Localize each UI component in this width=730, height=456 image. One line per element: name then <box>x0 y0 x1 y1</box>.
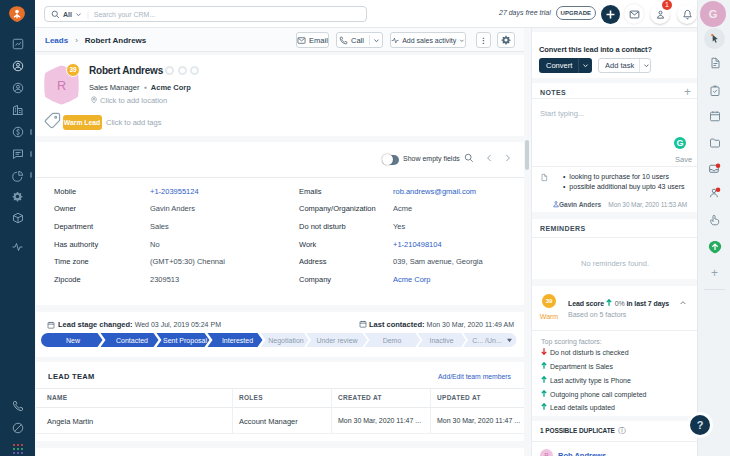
svg-text:Negotiation: Negotiation <box>268 337 304 345</box>
svg-text:Inactive: Inactive <box>429 337 453 344</box>
svg-text:R: R <box>56 79 65 93</box>
svg-text:Interested: Interested <box>221 337 252 344</box>
svg-text:Under review: Under review <box>316 337 358 344</box>
svg-text:New: New <box>65 337 80 344</box>
svg-text:C... /Un...: C... /Un... <box>472 337 502 344</box>
svg-text:Contacted: Contacted <box>116 337 148 344</box>
svg-text:Demo: Demo <box>382 337 401 344</box>
svg-text:Sent Proposal: Sent Proposal <box>163 337 207 345</box>
